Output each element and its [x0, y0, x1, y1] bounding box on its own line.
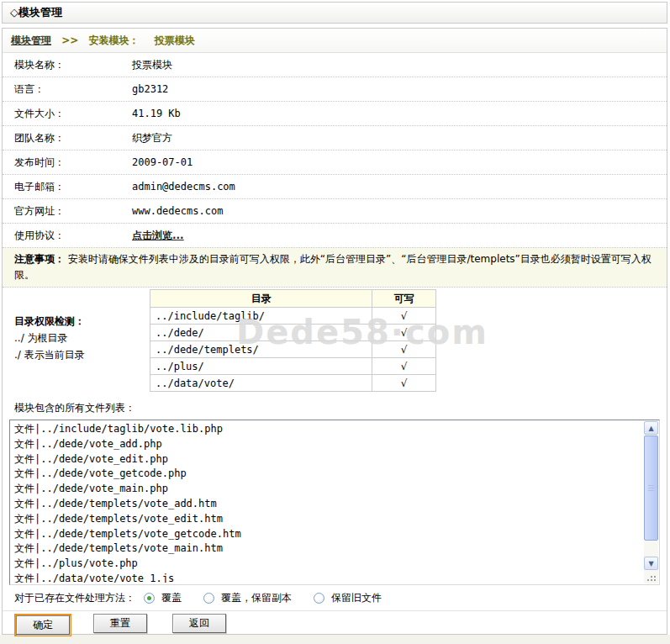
scrollbar-track[interactable]: ▲ ▼ — [644, 421, 658, 570]
team-name-value: 织梦官方 — [132, 126, 667, 150]
dir-check-title: 目录权限检测： — [14, 313, 85, 330]
license-label: 使用协议： — [3, 224, 132, 247]
dir-path: ../dede/templets/ — [150, 341, 372, 358]
confirm-button-focus-ring: 确定 — [14, 614, 71, 636]
writable-check-icon: √ — [372, 325, 436, 341]
table-row: ../include/taglib/ √ — [150, 308, 436, 325]
email-label: 电子邮箱： — [3, 175, 132, 198]
file-list-textarea-wrap: 文件|../include/taglib/vote.lib.php 文件|../… — [9, 420, 660, 585]
dir-column-header: 目录 — [150, 290, 372, 308]
breadcrumb-current: 投票模块 — [155, 34, 195, 46]
radio-button-keep-old[interactable] — [314, 593, 324, 604]
dir-check-hint-current: ./ 表示当前目录 — [14, 346, 85, 363]
file-size-label: 文件大小： — [3, 102, 132, 125]
dir-path: ../include/taglib/ — [150, 308, 372, 325]
scrollbar-down-icon[interactable]: ▼ — [644, 557, 658, 570]
module-name-value: 投票模块 — [132, 53, 667, 77]
page-title: ◇模块管理 — [10, 6, 62, 18]
radio-option[interactable]: 覆盖，保留副本 — [203, 591, 292, 605]
table-row: ../dede/templets/ √ — [150, 341, 436, 358]
notice-text: 安装时请确保文件列表中涉及的目录前可写入权限，此外“后台管理目录”、“后台管理目… — [14, 253, 652, 281]
radio-option-label[interactable]: 覆盖 — [161, 591, 182, 605]
writable-column-header: 可写 — [372, 290, 436, 308]
language-value: gb2312 — [132, 77, 667, 101]
module-name-label: 模块名称： — [3, 53, 132, 77]
table-row: ../dede/ √ — [150, 325, 436, 341]
radio-option[interactable]: 覆盖 — [144, 591, 182, 605]
breadcrumb-module-manage-link[interactable]: 模块管理 — [11, 34, 51, 46]
action-button-row: 确定 重置 返回 — [3, 610, 667, 637]
writable-check-icon: √ — [372, 358, 436, 375]
row-license: 使用协议： 点击浏览... — [3, 224, 667, 248]
row-email: 电子邮箱： admin@dedecms.com — [3, 175, 667, 199]
website-value: www.dedecms.com — [132, 199, 667, 223]
dir-permission-section: 目录权限检测： ../ 为根目录 ./ 表示当前目录 目录 可写 ../incl… — [3, 288, 667, 399]
file-size-value: 41.19 Kb — [132, 102, 667, 125]
notice-row: 注意事项： 安装时请确保文件列表中涉及的目录前可写入权限，此外“后台管理目录”、… — [3, 248, 667, 288]
radio-option-label[interactable]: 覆盖，保留副本 — [221, 591, 292, 605]
writable-check-icon: √ — [372, 341, 436, 358]
row-website: 官方网址： www.dedecms.com — [3, 199, 667, 224]
existing-file-options-row: 对于已存在文件处理方法： 覆盖 覆盖，保留副本 保留旧文件 — [3, 585, 667, 610]
back-button[interactable]: 返回 — [172, 614, 226, 633]
writable-check-icon: √ — [372, 375, 436, 392]
writable-check-icon: √ — [372, 308, 436, 325]
email-value: admin@dedecms.com — [132, 175, 667, 198]
scrollbar-up-icon[interactable]: ▲ — [644, 421, 658, 435]
radio-button-overwrite-keep-copy[interactable] — [203, 593, 214, 604]
radio-button-overwrite[interactable] — [144, 593, 155, 604]
row-release-date: 发布时间： 2009-07-01 — [3, 150, 667, 175]
confirm-button[interactable]: 确定 — [16, 615, 70, 635]
table-row: ../data/vote/ √ — [150, 375, 436, 392]
breadcrumb-separator: >> — [61, 34, 78, 46]
radio-option[interactable]: 保留旧文件 — [314, 591, 382, 605]
notice-label: 注意事项： — [14, 253, 65, 265]
module-install-panel: 模块管理 >> 安装模块： 投票模块 模块名称： 投票模块 语言： gb2312… — [2, 28, 667, 635]
dir-path: ../dede/ — [150, 325, 372, 341]
team-name-label: 团队名称： — [3, 126, 132, 150]
dir-permission-table: 目录 可写 ../include/taglib/ √ ../dede/ √ ..… — [150, 289, 436, 392]
dir-check-caption: 目录权限检测： ../ 为根目录 ./ 表示当前目录 — [14, 313, 85, 363]
release-date-label: 发布时间： — [3, 150, 132, 174]
table-row: ../plus/ √ — [150, 358, 436, 375]
row-file-size: 文件大小： 41.19 Kb — [3, 102, 667, 126]
page-title-bar: ◇模块管理 — [2, 2, 667, 24]
scrollbar-thumb[interactable] — [644, 435, 658, 541]
row-module-name: 模块名称： 投票模块 — [3, 53, 667, 77]
language-label: 语言： — [3, 77, 132, 101]
release-date-value: 2009-07-01 — [132, 150, 667, 174]
breadcrumb: 模块管理 >> 安装模块： 投票模块 — [3, 29, 667, 53]
row-language: 语言： gb2312 — [3, 77, 667, 102]
license-browse-link[interactable]: 点击浏览... — [132, 230, 184, 241]
dir-check-hint-root: ../ 为根目录 — [14, 330, 85, 346]
dir-path: ../data/vote/ — [150, 375, 372, 392]
website-label: 官方网址： — [3, 199, 132, 223]
file-list-label: 模块包含的所有文件列表： — [3, 399, 667, 417]
resize-grip[interactable] — [644, 570, 658, 583]
file-list-textarea[interactable]: 文件|../include/taglib/vote.lib.php 文件|../… — [14, 422, 641, 583]
table-header-row: 目录 可写 — [150, 290, 436, 308]
dir-path: ../plus/ — [150, 358, 372, 375]
existing-file-options-label: 对于已存在文件处理方法： — [14, 591, 135, 605]
radio-option-label[interactable]: 保留旧文件 — [331, 591, 382, 605]
reset-button[interactable]: 重置 — [93, 614, 147, 633]
breadcrumb-section: 安装模块： — [88, 34, 139, 46]
row-team-name: 团队名称： 织梦官方 — [3, 126, 667, 150]
